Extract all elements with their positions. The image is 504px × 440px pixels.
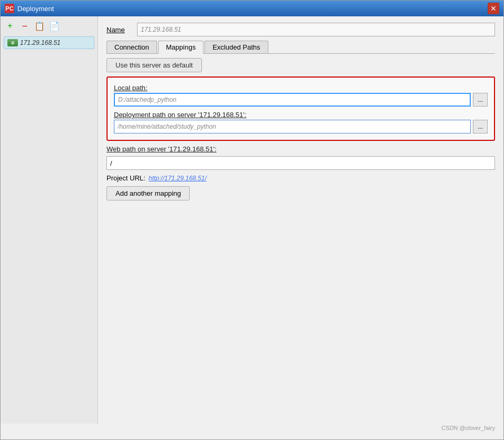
remove-server-button[interactable]: –	[18, 20, 31, 32]
add-server-button[interactable]: +	[4, 20, 16, 32]
deployment-path-label: Deployment path on server '171.29.168.51…	[114, 111, 488, 119]
sidebar-toolbar: + – 📋 📄	[4, 20, 94, 32]
sidebar: + – 📋 📄 🖥 171.29.168.51	[1, 16, 98, 424]
server-list-item[interactable]: 🖥 171.29.168.51	[4, 36, 94, 49]
default-server-container: Use this server as default	[106, 58, 495, 72]
deployment-path-browse-button[interactable]: ...	[473, 120, 488, 133]
local-path-input[interactable]	[114, 93, 471, 107]
add-mapping-container: Add another mapping	[106, 186, 495, 200]
deployment-path-input-row: ...	[114, 120, 488, 133]
use-as-default-button[interactable]: Use this server as default	[106, 58, 202, 72]
window-footer: CSDN @clover_fairy	[1, 424, 503, 439]
mapping-box: Local path: ... Deployment path on serve…	[106, 76, 495, 141]
local-path-browse-button[interactable]: ...	[473, 93, 488, 107]
close-button[interactable]: ✕	[488, 3, 499, 14]
project-url-label: Project URL:	[106, 174, 146, 182]
web-path-section: Web path on server '171.29.168.51':	[106, 145, 495, 170]
web-path-label: Web path on server '171.29.168.51':	[106, 145, 495, 153]
app-icon: PC	[5, 4, 14, 13]
name-field-label: Name	[106, 26, 133, 34]
local-path-input-row: ...	[114, 93, 488, 107]
project-url-link[interactable]: http://171.29.168.51/	[149, 175, 207, 182]
window-body: + – 📋 📄 🖥 171.29.168.51	[1, 16, 503, 424]
tab-excluded-paths[interactable]: Excluded Paths	[205, 41, 268, 53]
deployment-window: PC Deployment ✕ + – 📋 📄	[0, 0, 504, 440]
web-path-input[interactable]	[106, 156, 495, 170]
tabs-row: Connection Mappings Excluded Paths	[106, 41, 495, 54]
copy-server-button[interactable]: 📋	[33, 20, 46, 32]
local-path-label: Local path:	[114, 84, 488, 92]
project-url-row: Project URL: http://171.29.168.51/	[106, 174, 495, 182]
move-server-button[interactable]: 📄	[48, 20, 61, 32]
main-content: Name Connection Mappings Excluded Paths …	[98, 16, 503, 424]
deployment-path-section: Deployment path on server '171.29.168.51…	[114, 111, 488, 133]
window-title: Deployment	[17, 5, 54, 13]
server-name-label: 171.29.168.51	[20, 39, 61, 46]
watermark-text: CSDN @clover_fairy	[441, 425, 495, 431]
add-another-mapping-button[interactable]: Add another mapping	[106, 186, 190, 200]
name-input[interactable]	[137, 23, 495, 36]
server-icon: 🖥	[7, 39, 18, 46]
title-bar-left: PC Deployment	[5, 4, 54, 13]
name-row: Name	[106, 23, 495, 36]
tab-connection[interactable]: Connection	[106, 41, 157, 53]
title-bar: PC Deployment ✕	[1, 1, 503, 16]
tab-mappings[interactable]: Mappings	[158, 41, 203, 54]
deployment-path-input[interactable]	[114, 120, 471, 133]
local-path-section: Local path: ...	[114, 84, 488, 107]
